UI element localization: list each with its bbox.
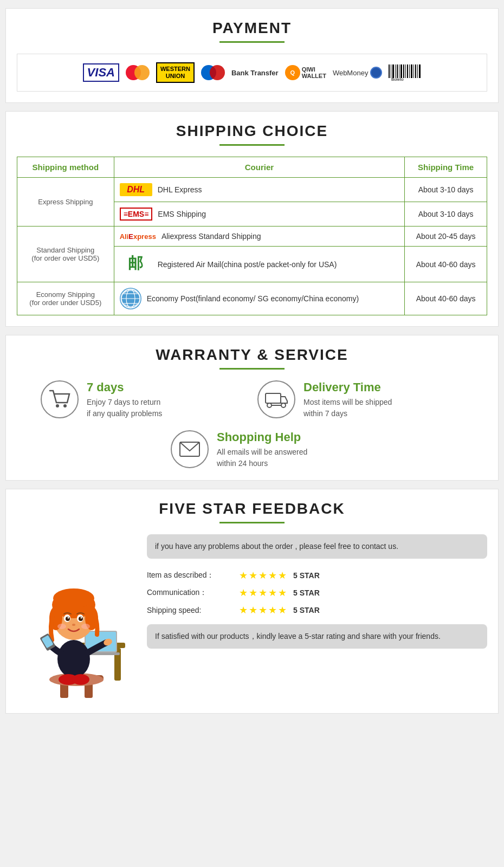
warranty-delivery-text: Most items will be shippedwithin 7 days — [303, 397, 392, 419]
rating-label-communication: Communication： — [147, 588, 234, 598]
warranty-title: WARRANTY & SERVICE — [17, 346, 487, 364]
svg-point-28 — [267, 403, 272, 407]
table-row: Standard Shipping(for order over USD5) A… — [17, 227, 487, 247]
svg-point-54 — [72, 624, 75, 626]
svg-rect-6 — [400, 64, 402, 78]
ems-courier: ≡EMS≡ EMS Shipping — [114, 202, 405, 227]
feedback-right: if you have any problems about the order… — [147, 534, 487, 649]
svg-rect-8 — [405, 64, 406, 78]
svg-rect-0 — [389, 64, 390, 78]
col-time: Shipping Time — [405, 157, 487, 178]
warranty-return-heading: 7 days — [87, 380, 162, 394]
svg-text:邮: 邮 — [128, 255, 143, 271]
svg-point-47 — [53, 588, 94, 608]
rating-label-shipping: Shipping speed: — [147, 606, 234, 614]
warranty-help-content: Shopping Help All emails will be answere… — [217, 430, 307, 469]
col-courier: Courier — [114, 157, 405, 178]
svg-rect-9 — [407, 64, 408, 78]
svg-rect-27 — [266, 393, 281, 403]
svg-rect-14 — [417, 64, 418, 78]
ali-name: Aliexpress Standard Shipping — [161, 232, 261, 241]
svg-rect-5 — [399, 64, 399, 78]
bank-transfer-logo: Bank Transfer — [231, 69, 279, 77]
rating-label-described: Item as described： — [147, 571, 234, 580]
warranty-item-help: Shopping Help All emails will be answere… — [171, 430, 377, 469]
economy-method: Economy Shipping(for order under USD5) — [17, 282, 114, 315]
payment-title: PAYMENT — [17, 20, 487, 37]
dhl-time: About 3-10 days — [405, 178, 487, 202]
feedback-title: FIVE STAR FEEDBACK — [17, 500, 487, 517]
svg-point-26 — [63, 404, 67, 407]
warranty-return-text: Enjoy 7 days to returnif any quality pro… — [87, 397, 162, 419]
warranty-section: WARRANTY & SERVICE 7 days Enjoy 7 days t… — [5, 335, 499, 481]
feedback-content-area: if you have any problems about the order… — [17, 534, 487, 702]
svg-point-29 — [281, 403, 286, 407]
un-logo — [120, 288, 141, 309]
rating-row-communication: Communication： ★★★★★ 5 STAR — [147, 587, 487, 599]
warranty-grid: 7 days Enjoy 7 days to returnif any qual… — [17, 380, 487, 469]
svg-rect-13 — [415, 64, 416, 78]
svg-point-61 — [72, 674, 89, 685]
feedback-image — [17, 534, 136, 702]
western-union-logo: WESTERNUNION — [156, 62, 195, 83]
shipping-title: SHIPPING CHOICE — [17, 122, 487, 140]
stars-shipping: ★★★★★ — [239, 604, 288, 616]
truck-icon — [257, 380, 295, 418]
svg-rect-15 — [419, 64, 421, 78]
svg-rect-3 — [395, 64, 396, 78]
shipping-table: Shipping method Courier Shipping Time Ex… — [17, 157, 487, 315]
payment-section: PAYMENT VISA WESTERNUNION Bank Transfer … — [5, 8, 499, 103]
un-courier: Economy Post(finland economy/ SG economy… — [114, 282, 405, 315]
ali-time: About 20-45 days — [405, 227, 487, 247]
feedback-top-bubble: if you have any problems about the order… — [147, 534, 487, 559]
un-name: Economy Post(finland economy/ SG economy… — [147, 294, 359, 303]
svg-rect-10 — [409, 64, 410, 78]
boleto-logo: Boleto — [389, 64, 421, 81]
standard-method: Standard Shipping(for order over USD5) — [17, 227, 114, 282]
feedback-underline — [219, 522, 285, 523]
chinapost-courier: 邮 Registered Air Mail(china post/e packe… — [114, 247, 405, 282]
ems-time: About 3-10 days — [405, 202, 487, 227]
svg-point-56 — [81, 624, 90, 629]
maestro-logo — [201, 65, 225, 80]
svg-text:Boleto: Boleto — [391, 77, 404, 81]
warranty-delivery-heading: Delivery Time — [303, 380, 392, 394]
payment-logos: VISA WESTERNUNION Bank Transfer Q QIWIWA… — [17, 54, 487, 92]
ems-name: EMS Shipping — [158, 210, 206, 218]
chinapost-name: Registered Air Mail(china post/e packet-… — [158, 260, 337, 269]
dhl-name: DHL Express — [158, 185, 202, 194]
warranty-return-content: 7 days Enjoy 7 days to returnif any qual… — [87, 380, 162, 419]
rating-row-shipping: Shipping speed: ★★★★★ 5 STAR — [147, 604, 487, 616]
stars-communication: ★★★★★ — [239, 587, 288, 599]
dhl-courier: DHL DHL Express — [114, 178, 405, 202]
warranty-item-delivery: Delivery Time Most items will be shipped… — [257, 380, 463, 419]
svg-rect-7 — [403, 64, 404, 78]
count-described: 5 STAR — [293, 571, 320, 580]
svg-rect-1 — [391, 64, 391, 78]
svg-rect-11 — [411, 64, 412, 78]
rating-row-described: Item as described： ★★★★★ 5 STAR — [147, 570, 487, 581]
warranty-help-text: All emails will be answeredwithin 24 hou… — [217, 447, 307, 469]
svg-point-55 — [57, 624, 66, 629]
warranty-help-heading: Shopping Help — [217, 430, 307, 444]
count-shipping: 5 STAR — [293, 606, 320, 614]
svg-point-53 — [81, 617, 82, 619]
svg-point-25 — [56, 404, 59, 407]
svg-point-41 — [57, 640, 90, 678]
dhl-logo: DHL — [120, 183, 152, 196]
ali-courier: AliExpress Aliexpress Standard Shipping — [114, 227, 405, 247]
cartoon-girl-svg — [22, 534, 131, 702]
ems-logo: ≡EMS≡ — [120, 208, 153, 221]
chinapost-time: About 40-60 days — [405, 247, 487, 282]
svg-rect-2 — [392, 64, 394, 78]
feedback-section: FIVE STAR FEEDBACK — [5, 489, 499, 714]
email-icon — [171, 430, 209, 468]
svg-point-52 — [68, 617, 69, 619]
qiwi-logo: Q QIWIWALLET — [285, 65, 326, 80]
express-method: Express Shipping — [17, 178, 114, 227]
aliexpress-logo: AliExpress — [120, 232, 156, 241]
count-communication: 5 STAR — [293, 588, 320, 597]
payment-underline — [219, 41, 285, 43]
barcode-icon: Boleto — [389, 64, 421, 81]
feedback-bottom-bubble: If satisfied with our products，kindly le… — [147, 624, 487, 649]
